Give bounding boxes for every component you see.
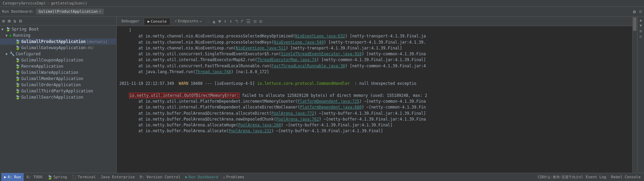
status-todo[interactable]: 6: TODO <box>24 173 44 181</box>
endpoints-icon: ⚡ <box>175 19 177 23</box>
window-icon[interactable]: ⊡ <box>639 9 642 14</box>
link-SingleThread918[interactable]: SingleThreadEventExecutor.java:918 <box>281 52 362 56</box>
collapse-all-icon[interactable]: ≡ <box>1 18 5 24</box>
action-up-icon[interactable]: ▲ <box>211 18 216 25</box>
console-line: at io.netty.util.internal.ThreadExecutor… <box>119 57 630 63</box>
status-run-dashboard[interactable]: ▶ Run Dashboard <box>183 173 220 181</box>
status-problems[interactable]: ⚠ Problems <box>221 173 247 181</box>
sidebar-item-configured[interactable]: ▼ 🔧 Configured <box>0 51 116 57</box>
console-line: at io.netty.buffer.PoolArena.allocate(Po… <box>119 128 630 134</box>
console-line: at io.netty.util.concurrent.FastThreadLo… <box>119 63 630 69</box>
sidebar-item-search-app[interactable]: 🍃 GulimallSearchApplication <box>0 94 116 100</box>
console-line <box>119 75 630 81</box>
sidebar-item-running[interactable]: ▼ ▶ Running <box>0 32 116 38</box>
sidebar-item-spring-boot[interactable]: ▼ 🍃 Spring Boot <box>0 26 116 32</box>
breadcrumb-item1[interactable]: CategoryServiceImpl <box>3 1 46 5</box>
action-down2-icon[interactable]: ⬇ <box>229 18 233 25</box>
link-PlatformDep680[interactable]: PlatformDependent.java:680 <box>300 105 362 110</box>
action-right-icon[interactable]: ↱ <box>240 18 245 25</box>
tab-endpoints[interactable]: ⚡ Endpoints → <box>171 18 205 24</box>
filter-icon[interactable]: ⊟ <box>18 18 22 24</box>
link-FastThreadLocal30[interactable]: FastThreadLocalRunnable.java:30 <box>271 64 345 68</box>
console-line: at java.lang.Thread.run(Thread.java:748)… <box>119 69 630 75</box>
java-enterprise-label: Java Enterprise <box>101 175 134 179</box>
console-line: at io.netty.channel.nio.NioEventLoop.run… <box>119 45 630 51</box>
console-scrollbar[interactable] <box>632 16 637 173</box>
right-collapse-icon[interactable]: ⊟ <box>640 34 642 39</box>
console-line: at io.netty.util.internal.PlatformDepend… <box>119 99 630 104</box>
close-icon[interactable]: × <box>99 10 101 13</box>
sidebar-item-product-app[interactable]: 🍃 GulimallProductApplication [devtools] <box>0 38 116 45</box>
console-output[interactable]: ] at io.netty.channel.nio.NioEventLoop.p… <box>117 26 637 173</box>
link-PlatformDep725[interactable]: PlatformDependent.java:725 <box>297 99 359 104</box>
action-up2-icon[interactable]: ⬆ <box>223 18 227 25</box>
app2-port: :88/ <box>86 46 94 50</box>
app6-label: GulimallMemberApplication <box>21 76 83 81</box>
link-PoolArena232[interactable]: PoolArena.java:232 <box>229 128 272 133</box>
status-terminal[interactable]: ⬛ Terminal <box>70 173 98 181</box>
run-dashboard-tab-label: GulimallProductApplication <box>39 9 98 14</box>
configured-label: Configured <box>16 52 40 56</box>
run-dashboard-bar: Run Dashboard: GulimallProductApplicatio… <box>0 7 644 16</box>
tab-debugger[interactable]: Debugger <box>118 18 143 24</box>
console-line: at io.netty.channel.nio.NioEventLoop.pro… <box>119 33 630 39</box>
status-run[interactable]: ▶ 4: Run <box>1 173 24 181</box>
right-down-icon[interactable]: ▼ <box>640 23 642 28</box>
link-NioEventLoop511[interactable]: NioEventLoop.java:511 <box>236 46 285 50</box>
gear-icon[interactable]: ⚙ <box>633 9 636 14</box>
status-version-control[interactable]: 9: Version Control <box>138 173 183 181</box>
app-leaf-icon: 🍃 <box>15 89 20 93</box>
link-ThreadExecutorMap74[interactable]: ThreadExecutorMap.java:74 <box>257 57 317 62</box>
todo-label: 6: TODO <box>26 175 42 179</box>
endpoints-label: Endpoints <box>178 19 199 23</box>
link-NioEventLoop549[interactable]: NioEventLoop.java:549 <box>274 40 324 45</box>
link-NioEventLoop632[interactable]: NioEventLoop.java:632 <box>295 34 345 38</box>
status-event-log[interactable]: Event Log <box>584 175 608 179</box>
console-line: at io.netty.util.internal.PlatformDepend… <box>119 104 630 110</box>
link-PoolArena762[interactable]: PoolArena.java:762 <box>276 117 319 122</box>
sidebar-item-renren-app[interactable]: 🍃 RenrenApplication <box>0 63 116 69</box>
console-line: at io.netty.buffer.PoolArena$DirectArena… <box>119 116 630 122</box>
app-leaf-icon: 🍃 <box>15 70 20 75</box>
right-expand-icon[interactable]: ⊞ <box>640 29 642 33</box>
console-icon: ▶ <box>148 19 150 24</box>
warn-level: WARN <box>179 81 188 86</box>
tab-console[interactable]: ▶ Console <box>144 18 171 25</box>
action-lines2-icon[interactable]: ⊟ <box>253 18 257 25</box>
console-panel: Debugger ▶ Console ⚡ Endpoints → | ▲ ▼ ⬆… <box>117 16 637 173</box>
run-dashboard-tab[interactable]: GulimallProductApplication × <box>36 9 104 14</box>
version-control-label: 9: Version Control <box>140 175 180 179</box>
group-icon[interactable]: ⊞ <box>7 18 11 24</box>
status-bar: ▶ 4: Run 6: TODO 🍃 Spring ⬛ Terminal Jav… <box>0 173 644 181</box>
action-lines3-icon[interactable]: ⊟ <box>258 18 263 25</box>
warn-msg: : null Unexpected exceptio <box>350 81 417 86</box>
action-lines-icon[interactable]: ☰ <box>245 18 252 25</box>
status-spring[interactable]: 🍃 Spring <box>45 173 69 181</box>
sidebar-item-ware-app[interactable]: 🍃 GulimallWareApplication <box>0 69 116 76</box>
action-left-icon[interactable]: ↰ <box>234 18 239 25</box>
console-line: at io.netty.channel.nio.NioEventLoop.pro… <box>119 39 630 45</box>
app1-tag: [devtools] <box>87 40 107 44</box>
run-dashboard-status-label: Run Dashboard <box>189 175 218 179</box>
link-PoolArena260[interactable]: PoolArena.java:260 <box>238 123 281 127</box>
status-rebel-console[interactable]: Rebel Console <box>609 175 643 179</box>
app-leaf-icon: 🍃 <box>15 39 20 44</box>
console-line: at io.netty.util.concurrent.SingleThread… <box>119 51 630 57</box>
link-PoolArena772[interactable]: PoolArena.java:772 <box>271 111 314 116</box>
sort-icon[interactable]: ⇅ <box>13 18 17 24</box>
sidebar-item-coupon-app[interactable]: 🍃 GulimallCouponApplication <box>0 57 116 63</box>
status-java-enterprise[interactable]: Java Enterprise <box>98 173 137 181</box>
sidebar-item-member-app[interactable]: 🍃 GulimallMemberApplication <box>0 76 116 82</box>
sidebar-item-gateway-app[interactable]: 🍃 GulimallGatewayApplication :88/ <box>0 45 116 51</box>
right-up-icon[interactable]: ▲ <box>640 18 642 22</box>
app5-label: GulimallWareApplication <box>21 70 78 75</box>
warn-pid: 10408 --- [ioEventLoop-4-5] <box>188 81 257 86</box>
error-message: failed to allocate 125829120 byte(s) of … <box>239 93 427 98</box>
run-dashboard-status-icon: ▶ <box>185 175 188 179</box>
breadcrumb-item2[interactable]: getCatelogJson() <box>51 1 87 5</box>
action-down-icon[interactable]: ▼ <box>217 18 222 25</box>
sidebar-item-order-app[interactable]: 🍃 GulimallOrderApplication <box>0 82 116 88</box>
app-leaf-icon: 🍃 <box>15 64 20 69</box>
sidebar-item-thirdparty-app[interactable]: 🍃 GulimallThirdPartyApplication <box>0 88 116 94</box>
link-Thread748[interactable]: Thread.java:748 <box>196 69 231 74</box>
